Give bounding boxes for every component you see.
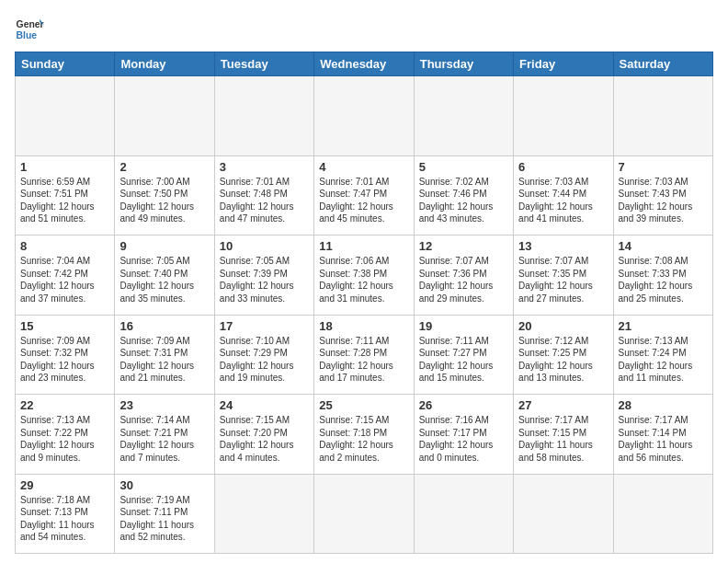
day-info: Sunrise: 7:09 AM Sunset: 7:32 PM Dayligh… (20, 335, 109, 385)
calendar-cell: 4Sunrise: 7:01 AM Sunset: 7:47 PM Daylig… (314, 155, 414, 236)
logo: General Blue (15, 15, 48, 44)
calendar-cell (214, 474, 313, 554)
calendar-cell: 9Sunrise: 7:05 AM Sunset: 7:40 PM Daylig… (115, 236, 214, 316)
calendar-cell: 21Sunrise: 7:13 AM Sunset: 7:24 PM Dayli… (613, 315, 712, 395)
day-number: 16 (119, 319, 209, 333)
calendar-cell: 25Sunrise: 7:15 AM Sunset: 7:18 PM Dayli… (314, 395, 414, 475)
day-info: Sunrise: 7:03 AM Sunset: 7:43 PM Dayligh… (619, 176, 708, 225)
day-number: 13 (518, 239, 608, 253)
day-info: Sunrise: 7:14 AM Sunset: 7:21 PM Dayligh… (119, 414, 209, 464)
calendar-cell: 17Sunrise: 7:10 AM Sunset: 7:29 PM Dayli… (214, 315, 313, 395)
day-number: 26 (419, 398, 508, 412)
calendar-week-row: 15Sunrise: 7:09 AM Sunset: 7:32 PM Dayli… (16, 315, 713, 395)
day-number: 6 (518, 160, 608, 174)
calendar-week-row: 8Sunrise: 7:04 AM Sunset: 7:42 PM Daylig… (16, 236, 713, 316)
calendar-cell: 8Sunrise: 7:04 AM Sunset: 7:42 PM Daylig… (16, 236, 115, 316)
calendar-cell: 14Sunrise: 7:08 AM Sunset: 7:33 PM Dayli… (613, 236, 712, 316)
calendar-cell (414, 474, 513, 554)
day-number: 4 (319, 160, 408, 174)
day-number: 25 (319, 398, 408, 412)
weekday-header: Tuesday (214, 52, 313, 76)
calendar-week-row (16, 76, 713, 156)
weekday-header: Wednesday (314, 52, 414, 76)
day-number: 10 (220, 239, 309, 253)
calendar-cell (514, 474, 613, 554)
day-number: 19 (419, 319, 508, 333)
day-info: Sunrise: 7:07 AM Sunset: 7:35 PM Dayligh… (518, 255, 608, 304)
day-info: Sunrise: 6:59 AM Sunset: 7:51 PM Dayligh… (20, 176, 109, 225)
day-info: Sunrise: 7:04 AM Sunset: 7:42 PM Dayligh… (20, 255, 109, 304)
calendar-cell: 12Sunrise: 7:07 AM Sunset: 7:36 PM Dayli… (414, 236, 513, 316)
weekday-header: Thursday (414, 52, 513, 76)
calendar-cell (314, 474, 414, 554)
day-info: Sunrise: 7:06 AM Sunset: 7:38 PM Dayligh… (319, 255, 408, 304)
day-number: 14 (619, 239, 708, 253)
day-number: 28 (619, 398, 708, 412)
day-info: Sunrise: 7:07 AM Sunset: 7:36 PM Dayligh… (419, 255, 508, 304)
calendar-cell (115, 76, 214, 156)
day-info: Sunrise: 7:05 AM Sunset: 7:39 PM Dayligh… (220, 255, 309, 304)
day-info: Sunrise: 7:01 AM Sunset: 7:47 PM Dayligh… (319, 176, 408, 225)
calendar-cell: 1Sunrise: 6:59 AM Sunset: 7:51 PM Daylig… (16, 155, 115, 236)
day-number: 17 (220, 319, 309, 333)
day-info: Sunrise: 7:02 AM Sunset: 7:46 PM Dayligh… (419, 176, 508, 225)
weekday-header: Friday (514, 52, 613, 76)
day-info: Sunrise: 7:11 AM Sunset: 7:28 PM Dayligh… (319, 335, 408, 385)
calendar-week-row: 1Sunrise: 6:59 AM Sunset: 7:51 PM Daylig… (16, 155, 713, 236)
calendar-cell: 23Sunrise: 7:14 AM Sunset: 7:21 PM Dayli… (115, 395, 214, 475)
logo-icon: General Blue (15, 15, 44, 44)
calendar-cell: 28Sunrise: 7:17 AM Sunset: 7:14 PM Dayli… (613, 395, 712, 475)
day-info: Sunrise: 7:16 AM Sunset: 7:17 PM Dayligh… (419, 414, 508, 464)
day-number: 5 (419, 160, 508, 174)
day-info: Sunrise: 7:13 AM Sunset: 7:24 PM Dayligh… (619, 335, 708, 385)
day-number: 27 (518, 398, 608, 412)
calendar-cell (314, 76, 414, 156)
day-info: Sunrise: 7:09 AM Sunset: 7:31 PM Dayligh… (119, 335, 209, 385)
day-number: 30 (119, 478, 209, 492)
calendar-cell: 22Sunrise: 7:13 AM Sunset: 7:22 PM Dayli… (16, 395, 115, 475)
calendar-cell: 5Sunrise: 7:02 AM Sunset: 7:46 PM Daylig… (414, 155, 513, 236)
calendar-cell: 19Sunrise: 7:11 AM Sunset: 7:27 PM Dayli… (414, 315, 513, 395)
weekday-row: SundayMondayTuesdayWednesdayThursdayFrid… (16, 52, 713, 76)
day-number: 2 (119, 160, 209, 174)
calendar-week-row: 22Sunrise: 7:13 AM Sunset: 7:22 PM Dayli… (16, 395, 713, 475)
calendar-cell (16, 76, 115, 156)
calendar-cell (414, 76, 513, 156)
calendar-cell: 18Sunrise: 7:11 AM Sunset: 7:28 PM Dayli… (314, 315, 414, 395)
calendar-cell: 29Sunrise: 7:18 AM Sunset: 7:13 PM Dayli… (16, 474, 115, 554)
weekday-header: Sunday (16, 52, 115, 76)
weekday-header: Saturday (613, 52, 712, 76)
calendar-cell: 11Sunrise: 7:06 AM Sunset: 7:38 PM Dayli… (314, 236, 414, 316)
calendar-cell: 16Sunrise: 7:09 AM Sunset: 7:31 PM Dayli… (115, 315, 214, 395)
calendar-cell: 30Sunrise: 7:19 AM Sunset: 7:11 PM Dayli… (115, 474, 214, 554)
day-info: Sunrise: 7:19 AM Sunset: 7:11 PM Dayligh… (119, 494, 209, 544)
day-info: Sunrise: 7:00 AM Sunset: 7:50 PM Dayligh… (119, 176, 209, 225)
day-number: 18 (319, 319, 408, 333)
day-number: 12 (419, 239, 508, 253)
day-info: Sunrise: 7:15 AM Sunset: 7:20 PM Dayligh… (220, 414, 309, 464)
day-number: 24 (220, 398, 309, 412)
calendar-cell: 24Sunrise: 7:15 AM Sunset: 7:20 PM Dayli… (214, 395, 313, 475)
day-info: Sunrise: 7:13 AM Sunset: 7:22 PM Dayligh… (20, 414, 109, 464)
header: General Blue (15, 15, 713, 44)
calendar-cell: 26Sunrise: 7:16 AM Sunset: 7:17 PM Dayli… (414, 395, 513, 475)
day-info: Sunrise: 7:08 AM Sunset: 7:33 PM Dayligh… (619, 255, 708, 304)
calendar-cell (613, 76, 712, 156)
calendar-cell: 27Sunrise: 7:17 AM Sunset: 7:15 PM Dayli… (514, 395, 613, 475)
day-number: 8 (20, 239, 109, 253)
svg-text:Blue: Blue (17, 30, 38, 40)
calendar-header: SundayMondayTuesdayWednesdayThursdayFrid… (16, 52, 713, 76)
day-number: 21 (619, 319, 708, 333)
day-info: Sunrise: 7:10 AM Sunset: 7:29 PM Dayligh… (220, 335, 309, 385)
day-info: Sunrise: 7:05 AM Sunset: 7:40 PM Dayligh… (119, 255, 209, 304)
day-number: 22 (20, 398, 109, 412)
day-info: Sunrise: 7:15 AM Sunset: 7:18 PM Dayligh… (319, 414, 408, 464)
day-number: 20 (518, 319, 608, 333)
day-number: 3 (220, 160, 309, 174)
calendar-cell: 20Sunrise: 7:12 AM Sunset: 7:25 PM Dayli… (514, 315, 613, 395)
day-info: Sunrise: 7:17 AM Sunset: 7:15 PM Dayligh… (518, 414, 608, 464)
page: General Blue SundayMondayTuesdayWednesda… (0, 0, 728, 563)
calendar-cell: 7Sunrise: 7:03 AM Sunset: 7:43 PM Daylig… (613, 155, 712, 236)
day-number: 1 (20, 160, 109, 174)
calendar-cell: 13Sunrise: 7:07 AM Sunset: 7:35 PM Dayli… (514, 236, 613, 316)
